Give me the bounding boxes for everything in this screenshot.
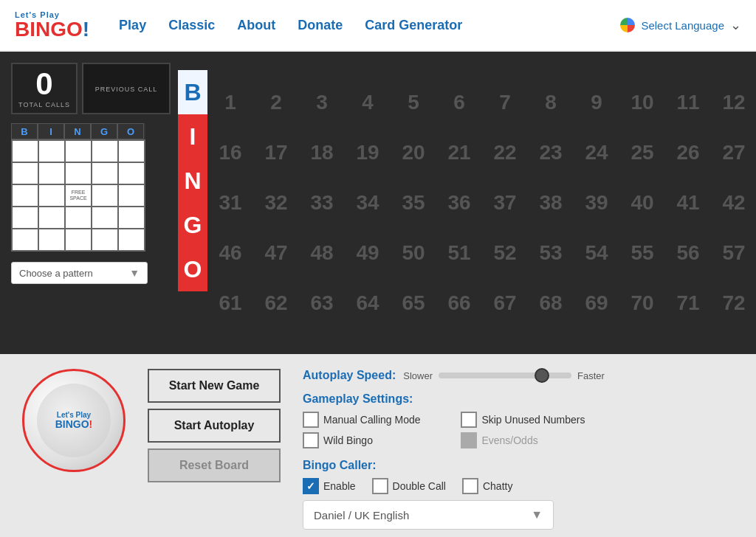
number-cell[interactable]: 70 — [619, 278, 665, 328]
previous-call-box: PREVIOUS CALL — [82, 63, 171, 114]
number-cell[interactable]: 57 — [711, 228, 756, 278]
number-cell[interactable]: 47 — [253, 228, 299, 278]
number-cell[interactable]: 2 — [253, 77, 299, 128]
number-cell[interactable]: 9 — [574, 77, 619, 128]
number-grid: 1234567891011121314151617181920212223242… — [207, 77, 756, 328]
evens-odds-checkbox[interactable] — [461, 432, 477, 448]
number-cell[interactable]: 12 — [711, 77, 756, 128]
caller-dropdown[interactable]: Daniel / UK English ▼ — [303, 500, 554, 530]
number-cell[interactable]: 67 — [482, 278, 528, 328]
number-cell[interactable]: 65 — [391, 278, 436, 328]
number-cell[interactable]: 17 — [253, 128, 299, 178]
logo[interactable]: Let's Play BINGO! — [15, 10, 89, 40]
wild-bingo-checkbox[interactable] — [303, 432, 319, 448]
number-cell[interactable]: 37 — [482, 178, 528, 228]
number-cell[interactable]: 46 — [207, 228, 253, 278]
number-cell[interactable]: 41 — [665, 178, 711, 228]
number-cell[interactable]: 55 — [619, 228, 665, 278]
number-cell[interactable]: 64 — [345, 278, 391, 328]
number-cell[interactable]: 20 — [391, 128, 436, 178]
number-cell[interactable]: 11 — [665, 77, 711, 128]
number-cell[interactable]: 7 — [482, 77, 528, 128]
number-cell[interactable]: 63 — [299, 278, 345, 328]
number-cell[interactable]: 53 — [528, 228, 574, 278]
number-cell[interactable]: 52 — [482, 228, 528, 278]
number-cell[interactable]: 56 — [665, 228, 711, 278]
number-cell[interactable]: 21 — [436, 128, 482, 178]
number-cell[interactable]: 16 — [207, 128, 253, 178]
autoplay-speed-slider[interactable] — [439, 373, 571, 378]
nav-about[interactable]: About — [237, 18, 275, 33]
evens-odds-label: Evens/Odds — [481, 434, 537, 446]
number-cell[interactable]: 72 — [711, 278, 756, 328]
number-cell[interactable]: 48 — [299, 228, 345, 278]
number-cell[interactable]: 23 — [528, 128, 574, 178]
number-cell[interactable]: 26 — [665, 128, 711, 178]
number-cell[interactable]: 68 — [528, 278, 574, 328]
skip-unused-checkbox[interactable] — [461, 412, 477, 428]
enable-checkbox[interactable] — [303, 478, 319, 494]
manual-calling-checkbox[interactable] — [303, 412, 319, 428]
number-cell[interactable]: 6 — [436, 77, 482, 128]
number-cell[interactable]: 18 — [299, 128, 345, 178]
double-call-checkbox[interactable] — [372, 478, 388, 494]
number-cell[interactable]: 62 — [253, 278, 299, 328]
bingo-cell — [92, 207, 118, 229]
number-cell[interactable]: 27 — [711, 128, 756, 178]
number-cell[interactable]: 66 — [436, 278, 482, 328]
number-cell[interactable]: 31 — [207, 178, 253, 228]
number-cell[interactable]: 19 — [345, 128, 391, 178]
nav-card-generator[interactable]: Card Generator — [365, 18, 462, 33]
number-cell[interactable]: 25 — [619, 128, 665, 178]
number-cell[interactable]: 39 — [574, 178, 619, 228]
number-cell[interactable]: 32 — [253, 178, 299, 228]
nav-play[interactable]: Play — [119, 18, 146, 33]
number-cell[interactable]: 35 — [391, 178, 436, 228]
bingo-cell — [38, 184, 65, 207]
nav-classic[interactable]: Classic — [168, 18, 215, 33]
bingo-cell — [65, 229, 92, 251]
bingo-cell — [38, 162, 65, 184]
col-b: B — [11, 123, 38, 139]
letter-n: N — [178, 159, 207, 203]
number-cell[interactable]: 36 — [436, 178, 482, 228]
start-autoplay-button[interactable]: Start Autoplay — [148, 409, 281, 443]
number-cell[interactable]: 38 — [528, 178, 574, 228]
select-language-button[interactable]: Select Language — [641, 19, 724, 32]
number-cell[interactable]: 1 — [207, 77, 253, 128]
number-cell[interactable]: 8 — [528, 77, 574, 128]
number-cell[interactable]: 4 — [345, 77, 391, 128]
number-cell[interactable]: 40 — [619, 178, 665, 228]
number-cell[interactable]: 3 — [299, 77, 345, 128]
number-cell[interactable]: 10 — [619, 77, 665, 128]
nav-donate[interactable]: Donate — [298, 18, 343, 33]
number-cell[interactable]: 50 — [391, 228, 436, 278]
number-cell[interactable]: 33 — [299, 178, 345, 228]
chatty-row: Chatty — [462, 478, 512, 494]
double-call-label: Double Call — [393, 480, 446, 492]
number-cell[interactable]: 49 — [345, 228, 391, 278]
number-cell[interactable]: 42 — [711, 178, 756, 228]
bingo-cell — [118, 162, 145, 184]
col-g: G — [91, 123, 117, 139]
number-cell[interactable]: 54 — [574, 228, 619, 278]
gameplay-settings-section: Gameplay Settings: Manual Calling Mode S… — [303, 392, 605, 448]
gameplay-label: Gameplay Settings: — [303, 392, 413, 406]
start-new-game-button[interactable]: Start New Game — [148, 369, 281, 403]
logo-bingo: BINGO! — [15, 19, 89, 40]
number-cell[interactable]: 69 — [574, 278, 619, 328]
chatty-checkbox[interactable] — [462, 478, 478, 494]
number-cell[interactable]: 51 — [436, 228, 482, 278]
number-cell[interactable]: 61 — [207, 278, 253, 328]
pattern-dropdown[interactable]: Choose a pattern ▼ — [11, 262, 148, 284]
number-cell[interactable]: 34 — [345, 178, 391, 228]
number-cell[interactable]: 24 — [574, 128, 619, 178]
manual-calling-row: Manual Calling Mode — [303, 412, 446, 428]
chevron-down-icon[interactable]: ⌄ — [730, 17, 741, 33]
number-cell[interactable]: 22 — [482, 128, 528, 178]
number-cell[interactable]: 5 — [391, 77, 436, 128]
chatty-label: Chatty — [483, 480, 512, 492]
bingo-cell — [118, 184, 145, 207]
number-cell[interactable]: 71 — [665, 278, 711, 328]
letter-i: I — [178, 114, 207, 159]
